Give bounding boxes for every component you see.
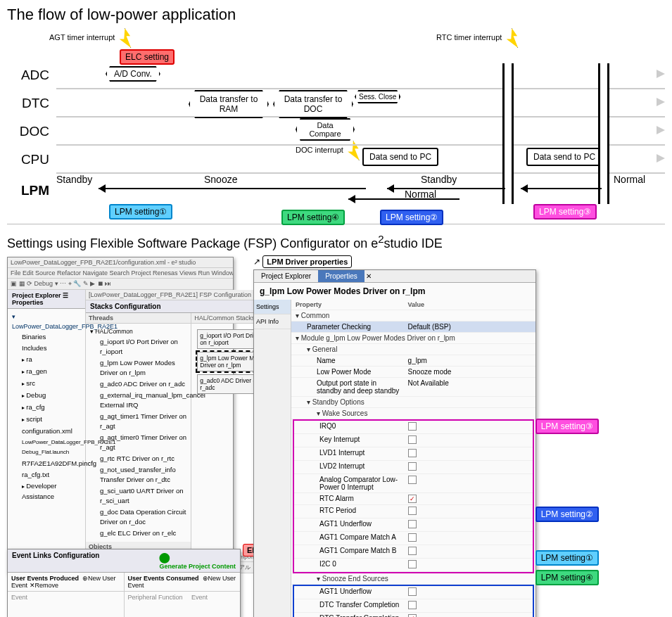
- prop-row[interactable]: Parameter Checking: [291, 322, 404, 333]
- thread-item[interactable]: g_rtc RTC Driver on r_rtc: [90, 453, 186, 464]
- checkbox-icon[interactable]: [408, 422, 417, 431]
- tree-item[interactable]: Debug: [12, 390, 81, 402]
- adc-conv-block: A/D Conv.: [106, 66, 160, 82]
- thread-item[interactable]: g_doc Data Operation Circuit Driver on r…: [90, 507, 186, 528]
- menu-bar[interactable]: File Edit Source Refactor Navigate Searc…: [8, 268, 233, 279]
- prop-row[interactable]: AGT1 Compare Match A: [294, 532, 404, 545]
- prop-row[interactable]: IRQ0: [294, 421, 404, 434]
- tree-item[interactable]: ra: [12, 354, 81, 366]
- bolt-icon: [504, 28, 519, 48]
- elc-panel: Event Links Configuration⬤Generate Proje…: [7, 549, 241, 617]
- ide-window: LowPower_DataLogger_FPB_RA2E1/configurat…: [7, 257, 234, 574]
- thread-item[interactable]: g_elc ELC Driver on r_elc: [90, 528, 186, 539]
- event-column: Event: [8, 592, 124, 617]
- lpm-setting-4-tag: LPM setting④: [281, 210, 345, 225]
- fsp-subtitle: Settings using Flexible Software Package…: [7, 233, 665, 251]
- events-consumed-header: User Events Consumed: [128, 575, 199, 582]
- prop-row[interactable]: LVD1 Interrupt: [294, 447, 404, 461]
- rtc-interrupt-label: RTC timer interrupt: [436, 33, 502, 42]
- common-stacks-header: HAL/Common Stacks: [194, 314, 255, 322]
- flow-diagram: AGT timer interrupt RTC timer interrupt …: [7, 28, 665, 224]
- doc-interrupt-label: DOC interrupt: [296, 146, 343, 154]
- prop-row[interactable]: AGT1 Underflow: [294, 586, 404, 599]
- properties-panel: Project ExplorerProperties ✕ g_lpm Low P…: [253, 269, 536, 617]
- prop-row[interactable]: LVD2 Interrupt: [294, 461, 404, 474]
- remove-button[interactable]: Remove: [35, 582, 59, 589]
- tree-item[interactable]: Binaries: [12, 331, 81, 343]
- lpm-setting-4-tag: LPM setting④: [535, 570, 599, 585]
- prop-row[interactable]: RTC Alarm: [294, 493, 404, 505]
- lpm-setting-1-tag: LPM setting①: [109, 204, 172, 220]
- elc-setting-tag: ELC setting: [120, 49, 175, 65]
- state-label: Snooze: [204, 174, 237, 185]
- tree-item[interactable]: src: [12, 378, 81, 390]
- sess-close-block: Sess. Close: [355, 90, 400, 103]
- lane-label: CPU: [7, 152, 49, 167]
- explorer-tab[interactable]: Project Explorer: [12, 292, 61, 299]
- thread-item[interactable]: g_not_used_transfer_info Transfer Driver…: [90, 464, 186, 485]
- thread-item[interactable]: g_lpm Low Power Modes Driver on r_lpm: [90, 357, 186, 379]
- lane-label: DTC: [7, 96, 49, 111]
- lpm-setting-2-tag: LPM setting②: [535, 507, 599, 522]
- prop-row[interactable]: RTC Period: [294, 505, 404, 519]
- prop-row[interactable]: Key Interrupt: [294, 434, 404, 447]
- thread-item[interactable]: g_external_irq_manual_lpm_cancel Externa…: [90, 390, 186, 411]
- prop-row[interactable]: AGT1 Underflow: [294, 519, 404, 532]
- properties-title: g_lpm Low Power Modes Driver on r_lpm: [254, 283, 535, 300]
- col-property: Property: [291, 300, 404, 310]
- thread-item[interactable]: g_ioport I/O Port Driver on r_ioport: [90, 336, 186, 357]
- checkbox-checked-icon[interactable]: ✓: [408, 495, 417, 503]
- send-pc-block: Data send to PC: [362, 148, 438, 166]
- prop-row[interactable]: Name: [291, 355, 404, 367]
- prop-row[interactable]: Low Power Mode: [291, 367, 404, 378]
- lpm-setting-3-tag: LPM setting③: [535, 419, 599, 434]
- thread-item[interactable]: g_agt_timer0 Timer Driver on r_agt: [90, 432, 186, 453]
- page-title: The flow of low-power application: [7, 6, 665, 24]
- tree-item[interactable]: ra_cfg.txt: [12, 469, 81, 481]
- dtc-doc-block: Data transfer to DOC: [273, 90, 353, 118]
- col-value: Value: [404, 300, 535, 310]
- side-nav[interactable]: Settings API Info: [254, 300, 291, 617]
- bolt-icon: [117, 28, 132, 48]
- arrow-icon: ↗: [253, 257, 260, 267]
- state-label: Standby: [421, 174, 457, 185]
- prop-row[interactable]: Analog Comparator Low-Power 0 Interrupt: [294, 474, 404, 493]
- tree-item[interactable]: ra_gen: [12, 366, 81, 378]
- state-label: Standby: [56, 174, 92, 185]
- prop-row[interactable]: AGT1 Compare Match B: [294, 545, 404, 559]
- tree-item[interactable]: R7FA2E1A92DFM.pincfg: [12, 458, 81, 469]
- thread-item[interactable]: g_adc0 ADC Driver on r_adc: [90, 379, 186, 390]
- prop-row[interactable]: DTC Transfer Completion Negated signal: [294, 613, 404, 617]
- checkbox-checked-icon[interactable]: ✓: [408, 614, 417, 617]
- threads-header: Threads: [89, 314, 113, 322]
- tree-item[interactable]: ra_cfg: [12, 402, 81, 414]
- events-produced-header: User Events Produced: [11, 575, 79, 582]
- lpm-setting-1-tag: LPM setting①: [535, 550, 599, 566]
- state-label: Normal: [614, 174, 645, 185]
- agt-interrupt-label: AGT timer interrupt: [49, 33, 115, 42]
- lane-label: ADC: [7, 68, 49, 83]
- lpm-setting-3-tag: LPM setting③: [533, 204, 597, 220]
- prop-row[interactable]: DTC Transfer Completion: [294, 599, 404, 613]
- generate-button[interactable]: Generate Project Content: [159, 563, 236, 570]
- prop-row[interactable]: I2C 0: [294, 559, 404, 572]
- tree-item[interactable]: configuration.xml: [12, 426, 81, 437]
- tab-explorer[interactable]: Project Explorer: [254, 270, 318, 282]
- window-title: LowPower_DataLogger_FPB_RA2E1/configurat…: [8, 257, 233, 268]
- tree-item[interactable]: LowPower_DataLogger_FPB_RA2E1 Debug_Flat…: [12, 437, 81, 458]
- lpm-setting-2-tag: LPM setting②: [380, 210, 443, 225]
- tree-item[interactable]: Includes: [12, 343, 81, 354]
- send-pc-block: Data send to PC: [526, 148, 602, 166]
- dtc-ram-block: Data transfer to RAM: [189, 90, 269, 118]
- tree-item[interactable]: script: [12, 414, 81, 426]
- lpm-properties-callout: LPM Driver properties: [262, 255, 352, 268]
- elc-title: Event Links Configuration: [12, 552, 99, 570]
- prop-row[interactable]: Output port state in standby and deep st…: [291, 378, 404, 397]
- tab-properties[interactable]: Properties: [318, 270, 364, 282]
- data-compare-block: Data Compare: [296, 118, 355, 141]
- lane-label: LPM: [7, 183, 49, 198]
- thread-item[interactable]: g_sci_uart0 UART Driver on r_sci_uart: [90, 485, 186, 507]
- tree-item[interactable]: Developer Assistance: [12, 481, 81, 502]
- thread-item[interactable]: g_agt_timer1 Timer Driver on r_agt: [90, 411, 186, 432]
- lane-label: DOC: [7, 124, 49, 139]
